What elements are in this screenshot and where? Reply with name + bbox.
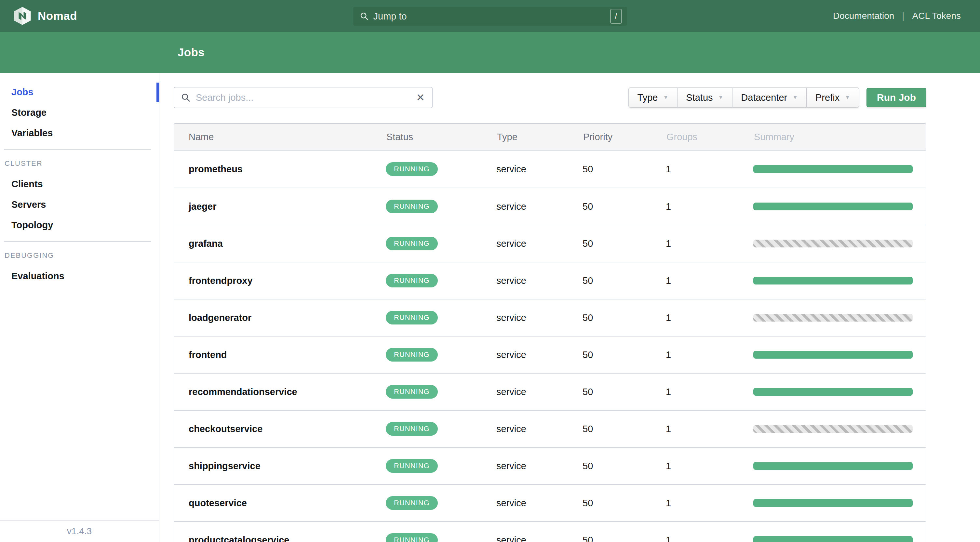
search-icon: [360, 12, 369, 21]
main-content: ✕ Type ▼ Status ▼ Datacenter ▼: [159, 73, 980, 542]
sidebar-item-servers[interactable]: Servers: [0, 194, 159, 215]
sidebar-item-storage[interactable]: Storage: [0, 102, 159, 123]
column-header-groups: Groups: [666, 132, 753, 142]
job-name[interactable]: frontendproxy: [174, 275, 386, 286]
status-badge: RUNNING: [386, 162, 438, 176]
job-priority: 50: [582, 238, 666, 249]
status-badge: RUNNING: [386, 200, 438, 213]
job-summary-cell: [753, 388, 926, 396]
filter-datacenter-dropdown[interactable]: Datacenter ▼: [732, 88, 806, 107]
job-row[interactable]: jaeger RUNNING service 50 1: [174, 188, 926, 225]
job-priority: 50: [582, 498, 666, 509]
sidebar-divider: [4, 241, 151, 242]
job-type: service: [496, 498, 582, 509]
sidebar-item-jobs[interactable]: Jobs: [0, 82, 159, 102]
summary-bar[interactable]: [753, 499, 913, 507]
sidebar-section-cluster: CLUSTER: [0, 158, 159, 169]
job-name[interactable]: checkoutservice: [174, 424, 386, 434]
summary-bar[interactable]: [753, 203, 913, 210]
job-type: service: [496, 201, 582, 212]
job-summary-cell: [753, 314, 926, 321]
job-summary-cell: [753, 536, 926, 542]
job-summary-cell: [753, 351, 926, 359]
sidebar-item-label: Storage: [11, 107, 46, 118]
job-type: service: [496, 461, 582, 472]
filter-label: Status: [686, 92, 713, 103]
sidebar-item-evaluations[interactable]: Evaluations: [0, 266, 159, 286]
documentation-link[interactable]: Documentation: [833, 11, 894, 21]
search-jobs-input[interactable]: [196, 92, 416, 103]
status-badge: RUNNING: [386, 385, 438, 399]
job-name[interactable]: prometheus: [174, 164, 386, 175]
column-header-type[interactable]: Type: [496, 132, 582, 142]
jobs-toolbar: ✕ Type ▼ Status ▼ Datacenter ▼: [174, 87, 926, 108]
summary-bar[interactable]: [753, 462, 913, 470]
clear-search-icon[interactable]: ✕: [416, 92, 425, 103]
job-row[interactable]: checkoutservice RUNNING service 50 1: [174, 410, 926, 447]
filter-type-dropdown[interactable]: Type ▼: [629, 88, 677, 107]
sidebar-item-variables[interactable]: Variables: [0, 123, 159, 143]
job-row[interactable]: frontend RUNNING service 50 1: [174, 336, 926, 373]
job-name[interactable]: shippingservice: [174, 461, 386, 472]
job-row[interactable]: grafana RUNNING service 50 1: [174, 225, 926, 262]
job-row[interactable]: shippingservice RUNNING service 50 1: [174, 447, 926, 484]
sidebar-item-topology[interactable]: Topology: [0, 215, 159, 235]
job-row[interactable]: productcatalogservice RUNNING service 50…: [174, 521, 926, 542]
acl-tokens-link[interactable]: ACL Tokens: [912, 11, 961, 21]
job-type: service: [496, 350, 582, 360]
summary-bar[interactable]: [753, 277, 913, 285]
job-name[interactable]: quoteservice: [174, 498, 386, 509]
brand-name: Nomad: [38, 10, 77, 22]
job-priority: 50: [582, 386, 666, 397]
filter-status-dropdown[interactable]: Status ▼: [677, 88, 732, 107]
job-row[interactable]: loadgenerator RUNNING service 50 1: [174, 299, 926, 336]
chevron-down-icon: ▼: [718, 94, 724, 101]
job-row[interactable]: recommendationservice RUNNING service 50…: [174, 373, 926, 410]
job-priority: 50: [582, 275, 666, 286]
jump-to-search[interactable]: /: [353, 7, 627, 26]
filter-label: Type: [638, 92, 658, 103]
summary-bar[interactable]: [753, 425, 913, 433]
job-name[interactable]: recommendationservice: [174, 386, 386, 397]
job-status-cell: RUNNING: [386, 274, 496, 288]
job-name[interactable]: productcatalogservice: [174, 535, 386, 542]
job-status-cell: RUNNING: [386, 496, 496, 510]
job-type: service: [496, 386, 582, 397]
version-label: v1.4.3: [67, 526, 92, 536]
search-jobs-box[interactable]: ✕: [174, 87, 433, 108]
job-row[interactable]: quoteservice RUNNING service 50 1: [174, 484, 926, 521]
summary-bar[interactable]: [753, 536, 913, 542]
summary-bar[interactable]: [753, 351, 913, 359]
job-name[interactable]: grafana: [174, 238, 386, 249]
job-summary-cell: [753, 240, 926, 248]
job-row[interactable]: frontendproxy RUNNING service 50 1: [174, 262, 926, 299]
job-name[interactable]: frontend: [174, 350, 386, 360]
job-priority: 50: [582, 350, 666, 360]
filter-prefix-dropdown[interactable]: Prefix ▼: [806, 88, 859, 107]
jump-to-input[interactable]: [373, 11, 610, 22]
summary-bar[interactable]: [753, 388, 913, 396]
nomad-brand[interactable]: Nomad: [13, 6, 77, 25]
status-badge: RUNNING: [386, 533, 438, 542]
column-header-status[interactable]: Status: [386, 132, 496, 142]
column-header-priority[interactable]: Priority: [582, 132, 666, 142]
job-name[interactable]: loadgenerator: [174, 312, 386, 323]
sidebar-item-clients[interactable]: Clients: [0, 174, 159, 194]
status-badge: RUNNING: [386, 422, 438, 436]
job-summary-cell: [753, 277, 926, 285]
job-groups: 1: [666, 275, 753, 286]
job-row[interactable]: prometheus RUNNING service 50 1: [174, 151, 926, 188]
job-name[interactable]: jaeger: [174, 201, 386, 212]
summary-bar[interactable]: [753, 314, 913, 321]
job-priority: 50: [582, 424, 666, 434]
sidebar-item-label: Topology: [11, 220, 53, 230]
summary-bar[interactable]: [753, 240, 913, 248]
sidebar: Jobs Storage Variables CLUSTER Clients S…: [0, 73, 159, 542]
top-navbar: Nomad / Documentation | ACL Tokens: [0, 0, 980, 32]
run-job-button[interactable]: Run Job: [867, 88, 926, 107]
job-type: service: [496, 164, 582, 175]
summary-bar[interactable]: [753, 165, 913, 173]
job-type: service: [496, 275, 582, 286]
status-badge: RUNNING: [386, 311, 438, 324]
column-header-name[interactable]: Name: [174, 132, 386, 142]
